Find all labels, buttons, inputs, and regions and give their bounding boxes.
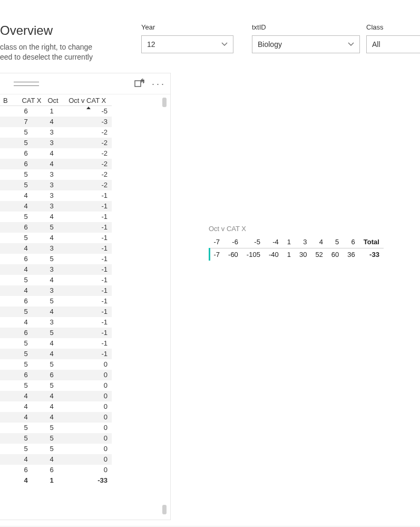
cell-b bbox=[0, 296, 18, 306]
col-header-delta[interactable]: Oct v CAT X bbox=[65, 94, 112, 106]
cell-delta: -3 bbox=[65, 117, 112, 127]
table-row[interactable]: 61-5 bbox=[0, 106, 112, 117]
cell-catx: 6 bbox=[18, 222, 44, 233]
cell-delta: 0 bbox=[65, 454, 112, 465]
pivot-header[interactable]: 5 bbox=[327, 236, 343, 248]
col-header-b[interactable]: B bbox=[0, 94, 18, 106]
table-row[interactable]: 440 bbox=[0, 391, 112, 401]
vertical-scrollbar[interactable] bbox=[162, 98, 167, 514]
table-row[interactable]: 660 bbox=[0, 465, 112, 475]
table-row[interactable]: 64-2 bbox=[0, 159, 112, 169]
focus-mode-icon[interactable] bbox=[134, 79, 144, 89]
more-options-icon[interactable]: ··· bbox=[152, 79, 166, 89]
cell-b bbox=[0, 338, 18, 349]
table-row[interactable]: 550 bbox=[0, 359, 112, 370]
cell-b bbox=[0, 264, 18, 275]
main-table[interactable]: B CAT X Oct Oct v CAT X 61-574-353-253-2… bbox=[0, 94, 112, 486]
cell-oct: 4 bbox=[44, 212, 65, 222]
pivot-header[interactable]: 6 bbox=[343, 236, 359, 248]
table-row[interactable]: 43-1 bbox=[0, 190, 112, 201]
cell-oct: 3 bbox=[44, 180, 65, 190]
table-row[interactable]: 65-1 bbox=[0, 328, 112, 338]
cell-delta: -2 bbox=[65, 138, 112, 148]
table-row[interactable]: 54-1 bbox=[0, 233, 112, 243]
table-row[interactable]: 440 bbox=[0, 454, 112, 465]
table-row[interactable]: 43-1 bbox=[0, 201, 112, 212]
slicer-year-value: 12 bbox=[147, 40, 155, 49]
slicer-class-dropdown[interactable]: All bbox=[366, 35, 420, 53]
table-row[interactable]: 550 bbox=[0, 444, 112, 454]
cell-oct: 3 bbox=[44, 201, 65, 212]
cell-delta: -1 bbox=[65, 328, 112, 338]
table-row[interactable]: 53-2 bbox=[0, 138, 112, 148]
table-row[interactable]: 74-3 bbox=[0, 117, 112, 127]
table-visual-header: ··· bbox=[0, 73, 170, 94]
cell-catx: 4 bbox=[18, 401, 44, 412]
table-row[interactable]: 440 bbox=[0, 412, 112, 423]
cell-delta: -2 bbox=[65, 169, 112, 180]
table-row[interactable]: 550 bbox=[0, 380, 112, 391]
cell-delta: 0 bbox=[65, 370, 112, 380]
pivot-header[interactable]: -5 bbox=[242, 236, 265, 248]
table-row[interactable]: 43-1 bbox=[0, 285, 112, 296]
cell-catx: 4 bbox=[18, 264, 44, 275]
table-total-row[interactable]: 41-33 bbox=[0, 475, 112, 486]
visual-header-tools: ··· bbox=[134, 79, 166, 89]
cell-b bbox=[0, 233, 18, 243]
pivot-header[interactable]: 1 bbox=[283, 236, 295, 248]
cell-catx: 5 bbox=[18, 138, 44, 148]
table-row[interactable]: 440 bbox=[0, 401, 112, 412]
cell-b bbox=[0, 243, 18, 254]
cell-catx: 6 bbox=[18, 148, 44, 159]
cell-oct: 4 bbox=[44, 148, 65, 159]
col-header-oct[interactable]: Oct bbox=[44, 94, 65, 106]
table-row[interactable]: 54-1 bbox=[0, 212, 112, 222]
slicer-txtid-dropdown[interactable]: Biology bbox=[252, 35, 360, 53]
table-row[interactable]: 65-1 bbox=[0, 222, 112, 233]
col-header-catx[interactable]: CAT X bbox=[18, 94, 44, 106]
cell-delta: -1 bbox=[65, 275, 112, 285]
scroll-up-icon[interactable] bbox=[162, 98, 167, 107]
table-row[interactable]: 660 bbox=[0, 370, 112, 380]
table-row[interactable]: 54-1 bbox=[0, 349, 112, 359]
table-row[interactable]: 54-1 bbox=[0, 306, 112, 317]
pivot-header[interactable]: 4 bbox=[311, 236, 327, 248]
table-scroll-area[interactable]: B CAT X Oct Oct v CAT X 61-574-353-253-2… bbox=[0, 94, 170, 520]
table-row[interactable]: 54-1 bbox=[0, 338, 112, 349]
cell-oct: 5 bbox=[44, 254, 65, 264]
table-row[interactable]: 54-1 bbox=[0, 275, 112, 285]
table-row[interactable]: 65-1 bbox=[0, 254, 112, 264]
table-row[interactable]: 43-1 bbox=[0, 317, 112, 328]
pivot-visual[interactable]: Oct v CAT X -7-6-5-413456Total -7-60-105… bbox=[209, 225, 398, 261]
cell-b bbox=[0, 148, 18, 159]
cell-b bbox=[0, 138, 18, 148]
page-subtitle-line1: class on the right, to change bbox=[0, 43, 92, 51]
cell-oct: 4 bbox=[44, 306, 65, 317]
pivot-header[interactable]: -6 bbox=[224, 236, 242, 248]
pivot-header[interactable]: -7 bbox=[210, 236, 224, 248]
pivot-header[interactable]: Total bbox=[359, 236, 384, 248]
cell-delta: -1 bbox=[65, 254, 112, 264]
table-row[interactable]: 550 bbox=[0, 433, 112, 444]
scroll-down-icon[interactable] bbox=[162, 505, 167, 514]
cell-oct: 3 bbox=[44, 285, 65, 296]
cell-catx: 6 bbox=[18, 465, 44, 475]
table-row[interactable]: 43-1 bbox=[0, 264, 112, 275]
table-row[interactable]: 53-2 bbox=[0, 127, 112, 138]
cell-b bbox=[0, 475, 18, 486]
table-row[interactable]: 43-1 bbox=[0, 243, 112, 254]
table-row[interactable]: 550 bbox=[0, 423, 112, 433]
table-row[interactable]: 53-2 bbox=[0, 169, 112, 180]
cell-catx: 4 bbox=[18, 190, 44, 201]
cell-oct: 5 bbox=[44, 296, 65, 306]
table-row[interactable]: 65-1 bbox=[0, 296, 112, 306]
pivot-value: -105 bbox=[242, 248, 265, 261]
table-row[interactable]: 53-2 bbox=[0, 180, 112, 190]
slicer-year-dropdown[interactable]: 12 bbox=[141, 35, 233, 53]
pivot-header[interactable]: -4 bbox=[265, 236, 283, 248]
table-row[interactable]: 64-2 bbox=[0, 148, 112, 159]
cell-catx: 4 bbox=[18, 412, 44, 423]
pivot-table[interactable]: -7-6-5-413456Total -7-60-105-40130526036… bbox=[209, 236, 384, 261]
pivot-header[interactable]: 3 bbox=[295, 236, 311, 248]
drag-handle-icon[interactable] bbox=[14, 80, 39, 88]
